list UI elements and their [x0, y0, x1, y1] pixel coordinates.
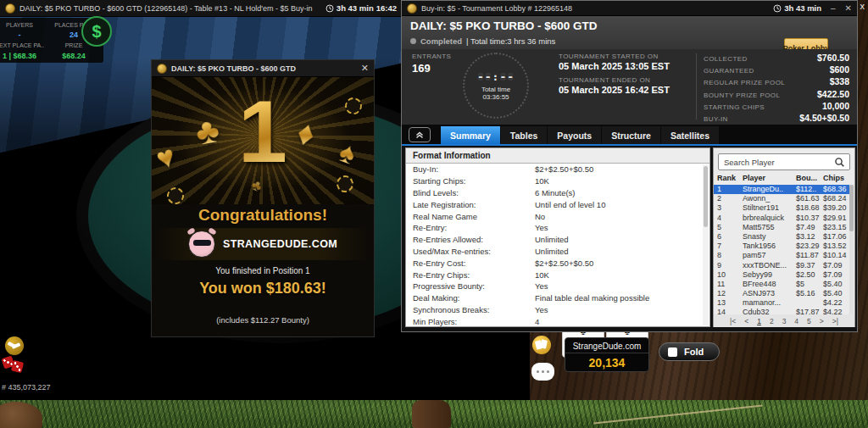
player-row[interactable]: 6Snasty$3.12$17.06: [714, 232, 851, 242]
pagination-page-4[interactable]: 4: [794, 317, 798, 325]
tab-payouts[interactable]: Payouts: [548, 126, 601, 144]
tab-structure[interactable]: Structure: [602, 126, 660, 144]
scrollbar[interactable]: [849, 185, 854, 314]
next-place-label: NEXT PLACE PA...: [0, 42, 44, 48]
close-icon[interactable]: ✕: [361, 63, 369, 74]
timer-value: 03:36:55: [482, 93, 509, 101]
player-row[interactable]: 4brbrealquick$10.37$29.91: [714, 214, 851, 223]
minimize-button[interactable]: –: [831, 3, 836, 13]
player-row[interactable]: 8pam57$11.87$10.14: [714, 251, 851, 260]
lobby-window-title: Buy-in: $5 - Tournament Lobby # 12296514…: [421, 4, 769, 13]
divider: [696, 53, 697, 120]
prize-stat-value: 10,000: [822, 101, 849, 111]
format-info-row: Re-Entry Cost:$2+$2.50+$0.50: [406, 257, 709, 269]
fold-checkbox[interactable]: [668, 347, 677, 357]
format-info-label: Starting Chips:: [406, 176, 535, 186]
player-ranking-panel: Search Player Rank Player Bou... Chips 1…: [713, 147, 855, 327]
dialog-titlebar[interactable]: DAILY: $5 PKO TURBO - $600 GTD ✕: [152, 60, 374, 77]
prize-stat-label: REGULAR PRIZE POOL: [704, 79, 785, 86]
player-row[interactable]: 12ASNJ973$5.16$5.40: [714, 289, 851, 298]
rank-column-header: Rank: [717, 174, 736, 182]
chevron-double-up-icon: [415, 130, 425, 140]
player-bounty: $5.16: [796, 289, 821, 298]
search-icon[interactable]: [834, 157, 845, 168]
format-info-value: Yes: [535, 305, 709, 314]
pagination: |<<12345>>|: [714, 314, 854, 327]
player-row[interactable]: 9xxxTBONE...$9.37$7.09: [714, 261, 851, 270]
player-name: BFree448: [743, 280, 793, 289]
poker-chip-icon: [164, 185, 186, 204]
player-name: ASNJ973: [743, 289, 793, 298]
format-information-panel: Format Information Buy-In:$2+$2.50+$0.50…: [405, 147, 710, 327]
scrollbar-thumb[interactable]: [849, 185, 854, 231]
dice-icon[interactable]: [11, 360, 25, 374]
format-info-value: Unlimited: [535, 235, 709, 244]
pagination-page-1[interactable]: 1: [757, 317, 761, 325]
pagination-prev[interactable]: <: [744, 317, 748, 325]
player-name: StrangeDu..: [743, 185, 793, 194]
pagination-page-3[interactable]: 3: [782, 317, 787, 325]
cards-icon[interactable]: [532, 336, 551, 354]
format-info-value: Yes: [535, 281, 709, 291]
player-chips: $13.52: [823, 242, 852, 251]
dialog-title: DAILY: $5 PKO TURBO - $600 GTD: [171, 64, 357, 73]
format-info-value: 10K: [535, 176, 709, 186]
collapse-button[interactable]: [409, 127, 431, 142]
player-rank: 8: [717, 251, 736, 260]
player-name: Stiltner191: [743, 203, 793, 213]
started-label: TOURNAMENT STARTED ON: [559, 53, 659, 60]
prize-stat-label: COLLECTED: [704, 55, 748, 63]
player-name: xxxTBONE...: [743, 261, 793, 270]
player-bounty: $3.12: [796, 232, 821, 242]
ended-value: 05 March 2025 16:42 EST: [559, 85, 670, 95]
player-row[interactable]: 3Stiltner191$18.68$39.20: [714, 203, 851, 213]
scrollbar[interactable]: [703, 164, 709, 325]
pagination-page-2[interactable]: 2: [770, 317, 774, 325]
tab-satellites[interactable]: Satellites: [661, 126, 719, 144]
search-player-input[interactable]: Search Player: [718, 153, 850, 170]
player-row[interactable]: 2Awonn_$61.63$68.24: [714, 194, 851, 203]
players-label: PLAYERS: [0, 22, 44, 28]
bounty-note: (includes $112.27 Bounty): [152, 315, 374, 325]
player-rank: 7: [717, 242, 736, 251]
prize-stat-value: $760.50: [817, 53, 849, 63]
player-row[interactable]: 5Matt5755$7.49$23.15: [714, 223, 851, 232]
player-row[interactable]: 10Sebyy99$2.50$7.09: [714, 270, 851, 280]
prize-stats: COLLECTED$760.50GUARANTEED$600REGULAR PR…: [704, 53, 849, 125]
poker-table-window: DAILY: $5 PKO TURBO - $600 GTD (12296514…: [0, 0, 402, 400]
pagination-first[interactable]: |<: [730, 317, 736, 325]
player-table-header: Rank Player Bou... Chips: [714, 174, 854, 185]
player-chips: $5.40: [823, 289, 852, 298]
table-window-title: DAILY: $5 PKO TURBO - $600 GTD (12296514…: [19, 4, 321, 13]
table-window-titlebar[interactable]: DAILY: $5 PKO TURBO - $600 GTD (12296514…: [0, 0, 402, 17]
fold-button[interactable]: Fold: [659, 342, 720, 361]
tab-summary[interactable]: Summary: [441, 126, 500, 144]
cash-game-badge: $: [81, 16, 112, 47]
app-logo-icon: [157, 64, 167, 74]
pagination-next[interactable]: >: [820, 317, 824, 325]
bounty-column-header: Bou...: [796, 174, 817, 182]
tab-tables[interactable]: Tables: [501, 126, 547, 144]
scrollbar-thumb[interactable]: [704, 166, 708, 227]
status-dot-icon: [410, 38, 416, 44]
player-bounty: $23.29: [796, 242, 821, 251]
player-row[interactable]: 11BFree448$5$5.40: [714, 280, 851, 289]
format-info-row: Synchronous Breaks:Yes: [406, 304, 709, 316]
timer-display: --:--: [477, 70, 515, 83]
player-bounty: $2.50: [796, 270, 821, 280]
lobby-titlebar[interactable]: Buy-in: $5 - Tournament Lobby # 12296514…: [402, 1, 857, 16]
player-row[interactable]: 1StrangeDu..$112..$68.36: [714, 185, 851, 194]
close-icon[interactable]: x: [860, 1, 865, 11]
chat-bubble-icon[interactable]: [531, 363, 554, 381]
player-row[interactable]: 7Tank1956$23.29$13.52: [714, 242, 851, 251]
pagination-page-5[interactable]: 5: [807, 317, 811, 325]
format-info-value: Final table deal making possible: [535, 293, 709, 303]
player-bounty: $10.37: [796, 214, 821, 223]
close-button[interactable]: ✕: [845, 3, 852, 13]
next-place-value: 1 | $68.36: [0, 52, 44, 60]
format-info-label: Re-Entry Cost:: [406, 258, 535, 268]
pagination-last[interactable]: >|: [832, 317, 838, 325]
player-row[interactable]: 13mamanor...$4.22: [714, 298, 851, 308]
format-info-row: Used/Max Re-entries:Unlimited: [406, 246, 709, 258]
deal-handshake-icon[interactable]: [5, 336, 24, 355]
